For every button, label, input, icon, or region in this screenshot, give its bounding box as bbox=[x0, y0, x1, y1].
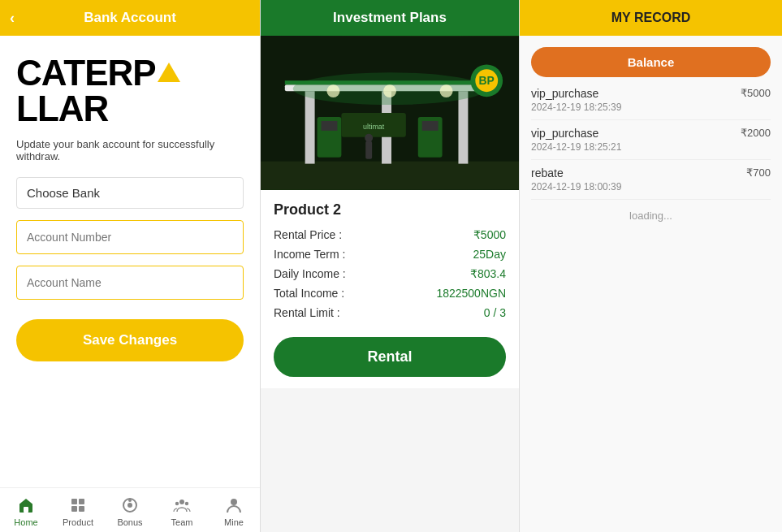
rental-limit-row: Rental Limit : 0 / 3 bbox=[274, 306, 506, 319]
rental-limit-label: Rental Limit : bbox=[274, 306, 340, 319]
record-date-2: 2024-12-19 18:00:39 bbox=[531, 181, 771, 192]
save-changes-button[interactable]: Save Changes bbox=[16, 319, 244, 361]
svg-point-11 bbox=[231, 499, 237, 505]
right-header-title: MY RECORD bbox=[611, 11, 691, 25]
income-term-row: Income Term : 25Day bbox=[274, 248, 506, 261]
total-income-label: Total Income : bbox=[274, 287, 344, 300]
income-term-label: Income Term : bbox=[274, 248, 345, 261]
svg-rect-13 bbox=[261, 162, 519, 190]
caterpillar-logo: CATERPLLAR bbox=[16, 55, 244, 127]
svg-rect-24 bbox=[322, 121, 338, 131]
nav-label-product: Product bbox=[63, 517, 93, 527]
record-amount-0: ₹5000 bbox=[741, 87, 771, 99]
nav-label-team: Team bbox=[171, 517, 193, 527]
svg-point-7 bbox=[128, 499, 132, 502]
rental-price-value: ₹5000 bbox=[473, 228, 506, 241]
bottom-nav: Home Product Bonus bbox=[0, 487, 260, 532]
nav-item-team[interactable]: Team bbox=[156, 493, 208, 529]
svg-rect-4 bbox=[79, 506, 84, 512]
svg-rect-1 bbox=[71, 499, 77, 504]
svg-rect-0 bbox=[24, 507, 28, 513]
svg-point-6 bbox=[127, 503, 132, 508]
nav-label-bonus: Bonus bbox=[117, 517, 142, 527]
record-list: vip_purchase ₹5000 2024-12-19 18:25:39 v… bbox=[520, 80, 782, 532]
svg-rect-32 bbox=[365, 141, 372, 159]
record-item-2: rebate ₹700 2024-12-19 18:00:39 bbox=[531, 160, 771, 200]
account-number-input[interactable] bbox=[16, 220, 244, 254]
mid-body: BP ultimat Product 2 bbox=[261, 36, 519, 532]
rental-price-row: Rental Price : ₹5000 bbox=[274, 228, 506, 241]
mine-icon bbox=[223, 495, 244, 516]
record-item-0: vip_purchase ₹5000 2024-12-19 18:25:39 bbox=[531, 80, 771, 120]
loading-text: loading... bbox=[531, 200, 771, 231]
back-arrow-icon[interactable]: ‹ bbox=[10, 10, 15, 27]
svg-point-31 bbox=[440, 84, 453, 97]
record-date-0: 2024-12-19 18:25:39 bbox=[531, 102, 771, 113]
left-header: ‹ Bank Account bbox=[0, 0, 260, 36]
svg-rect-19 bbox=[285, 80, 479, 84]
rental-limit-value: 0 / 3 bbox=[484, 306, 506, 319]
nav-label-mine: Mine bbox=[224, 517, 244, 527]
nav-label-home: Home bbox=[14, 517, 37, 527]
record-type-0: vip_purchase bbox=[531, 87, 598, 100]
left-panel: ‹ Bank Account CATERPLLAR Update your ba… bbox=[0, 0, 260, 532]
svg-text:BP: BP bbox=[479, 74, 495, 87]
mid-panel: Investment Plans bbox=[260, 0, 520, 532]
subtitle-text: Update your bank account for successfull… bbox=[16, 138, 244, 162]
product-details: Product 2 Rental Price : ₹5000 Income Te… bbox=[261, 190, 519, 388]
record-item-1: vip_purchase ₹2000 2024-12-19 18:25:21 bbox=[531, 120, 771, 160]
svg-rect-2 bbox=[79, 499, 84, 504]
mid-header: Investment Plans bbox=[261, 0, 519, 36]
svg-point-9 bbox=[175, 502, 179, 505]
nav-item-bonus[interactable]: Bonus bbox=[104, 493, 156, 529]
svg-rect-26 bbox=[422, 121, 439, 131]
daily-income-label: Daily Income : bbox=[274, 267, 346, 280]
choose-bank-select[interactable]: Choose Bank bbox=[16, 177, 244, 209]
product-icon bbox=[67, 495, 89, 516]
total-income-value: 1822500NGN bbox=[436, 287, 506, 300]
left-body: CATERPLLAR Update your bank account for … bbox=[0, 36, 260, 487]
svg-point-10 bbox=[185, 502, 188, 505]
team-icon bbox=[171, 495, 192, 516]
total-income-row: Total Income : 1822500NGN bbox=[274, 287, 506, 300]
record-amount-2: ₹700 bbox=[746, 167, 771, 179]
daily-income-row: Daily Income : ₹803.4 bbox=[274, 267, 506, 280]
right-panel: MY RECORD Balance vip_purchase ₹5000 202… bbox=[520, 0, 782, 532]
svg-rect-15 bbox=[305, 91, 315, 163]
product-name: Product 2 bbox=[274, 201, 506, 218]
record-type-1: vip_purchase bbox=[531, 127, 598, 140]
nav-item-product[interactable]: Product bbox=[52, 493, 104, 529]
record-amount-1: ₹2000 bbox=[741, 127, 771, 139]
svg-rect-17 bbox=[458, 91, 468, 163]
record-date-1: 2024-12-19 18:25:21 bbox=[531, 141, 771, 153]
home-icon bbox=[15, 495, 37, 516]
svg-rect-3 bbox=[71, 506, 77, 512]
logo-text: CATERPLLAR bbox=[16, 53, 182, 128]
left-header-title: Bank Account bbox=[84, 10, 176, 26]
nav-item-home[interactable]: Home bbox=[0, 493, 52, 529]
income-term-value: 25Day bbox=[473, 248, 506, 261]
svg-point-30 bbox=[383, 84, 396, 97]
balance-button[interactable]: Balance bbox=[531, 47, 771, 77]
bonus-icon bbox=[119, 495, 140, 516]
svg-point-33 bbox=[365, 134, 373, 142]
right-header: MY RECORD bbox=[520, 0, 782, 36]
rental-price-label: Rental Price : bbox=[274, 228, 342, 241]
svg-point-29 bbox=[326, 84, 339, 97]
triangle-icon bbox=[158, 63, 180, 82]
account-name-input[interactable] bbox=[16, 266, 244, 300]
mid-header-title: Investment Plans bbox=[333, 10, 447, 26]
rental-button[interactable]: Rental bbox=[274, 337, 506, 377]
daily-income-value: ₹803.4 bbox=[470, 267, 506, 280]
nav-item-mine[interactable]: Mine bbox=[208, 493, 260, 529]
svg-text:ultimat: ultimat bbox=[363, 123, 385, 131]
product-image: BP ultimat bbox=[261, 36, 519, 190]
record-type-2: rebate bbox=[531, 167, 564, 179]
svg-point-8 bbox=[179, 500, 184, 504]
